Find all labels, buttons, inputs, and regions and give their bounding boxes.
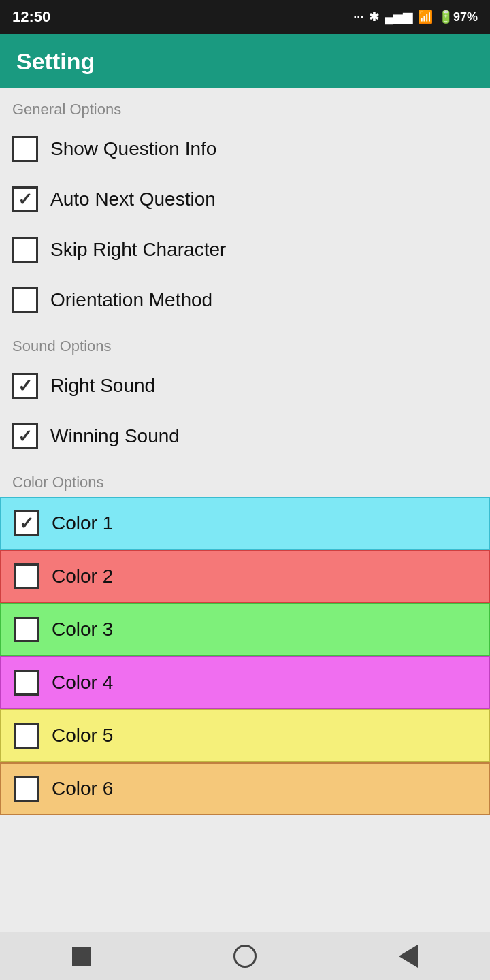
auto-next-question-row[interactable]: Auto Next Question: [0, 174, 490, 225]
auto-next-question-checkbox[interactable]: [12, 186, 38, 212]
orientation-method-checkbox[interactable]: [12, 287, 38, 313]
skip-right-character-checkbox[interactable]: [12, 237, 38, 263]
status-bar: 12:50 ··· ✱ ▄▅▆ 📶 🔋97%: [0, 0, 490, 34]
color-2-checkbox[interactable]: [14, 564, 39, 589]
color-5-row[interactable]: Color 5: [0, 709, 490, 762]
right-sound-label: Right Sound: [50, 375, 155, 397]
color-1-label: Color 1: [52, 512, 113, 534]
triangle-icon: [399, 945, 418, 968]
color-4-label: Color 4: [52, 672, 113, 693]
color-6-label: Color 6: [52, 778, 113, 800]
square-icon: [72, 947, 91, 966]
show-question-info-checkbox[interactable]: [12, 136, 38, 162]
color-options-section-header: Color Options: [0, 461, 490, 497]
home-button[interactable]: [228, 939, 262, 973]
sound-options-section-header: Sound Options: [0, 325, 490, 361]
show-question-info-label: Show Question Info: [50, 138, 216, 160]
winning-sound-checkbox[interactable]: [12, 423, 38, 449]
signal-icon: ▄▅▆: [385, 10, 412, 24]
orientation-method-label: Orientation Method: [50, 289, 212, 311]
color-2-label: Color 2: [52, 566, 113, 587]
color-6-checkbox[interactable]: [14, 776, 39, 802]
color-5-checkbox[interactable]: [14, 723, 39, 749]
winning-sound-row[interactable]: Winning Sound: [0, 411, 490, 461]
battery-icon: 🔋97%: [438, 10, 478, 24]
back-button[interactable]: [65, 939, 99, 973]
skip-right-character-label: Skip Right Character: [50, 239, 226, 261]
color-6-row[interactable]: Color 6: [0, 762, 490, 815]
color-3-label: Color 3: [52, 619, 113, 640]
right-sound-checkbox[interactable]: [12, 373, 38, 399]
show-question-info-row[interactable]: Show Question Info: [0, 124, 490, 174]
circle-icon: [233, 945, 257, 968]
app-header: Setting: [0, 34, 490, 88]
color-4-checkbox[interactable]: [14, 670, 39, 696]
general-options-section-header: General Options: [0, 88, 490, 124]
orientation-method-row[interactable]: Orientation Method: [0, 275, 490, 325]
winning-sound-label: Winning Sound: [50, 425, 180, 447]
color-3-row[interactable]: Color 3: [0, 603, 490, 656]
color-5-label: Color 5: [52, 725, 113, 747]
color-3-checkbox[interactable]: [14, 617, 39, 642]
color-2-row[interactable]: Color 2: [0, 550, 490, 603]
skip-right-character-row[interactable]: Skip Right Character: [0, 225, 490, 275]
color-1-checkbox[interactable]: [14, 510, 39, 536]
color-1-row[interactable]: Color 1: [0, 497, 490, 550]
right-sound-row[interactable]: Right Sound: [0, 361, 490, 411]
dots-icon: ···: [353, 10, 363, 24]
color-4-row[interactable]: Color 4: [0, 656, 490, 709]
recents-button[interactable]: [391, 939, 425, 973]
status-time: 12:50: [12, 8, 50, 26]
bluetooth-icon: ✱: [369, 10, 379, 24]
settings-content: General Options Show Question Info Auto …: [0, 88, 490, 932]
wifi-icon: 📶: [418, 10, 433, 24]
status-icons: ··· ✱ ▄▅▆ 📶 🔋97%: [353, 10, 478, 24]
page-title: Setting: [16, 48, 95, 75]
navigation-bar: [0, 932, 490, 980]
auto-next-question-label: Auto Next Question: [50, 189, 216, 210]
